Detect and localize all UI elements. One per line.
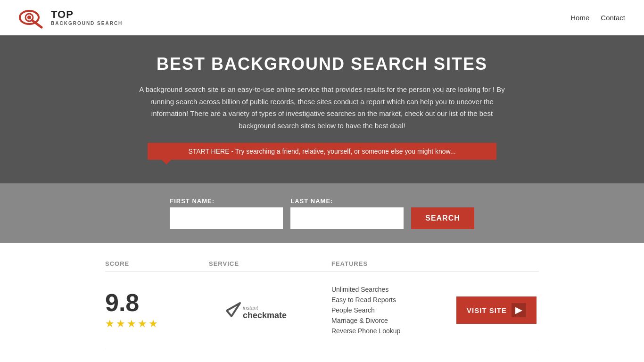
feature-1-2: Easy to Read Reports	[331, 296, 454, 304]
visit-cell-1: VISIT SITE ▶	[454, 296, 539, 324]
logo-top-text: TOP	[51, 9, 123, 20]
search-section: FIRST NAME: LAST NAME: SEARCH	[0, 183, 644, 243]
star-3: ★	[127, 318, 136, 330]
search-button[interactable]: SEARCH	[411, 207, 474, 229]
table-header: SCORE SERVICE FEATURES	[105, 253, 539, 272]
last-name-group: LAST NAME:	[290, 197, 404, 229]
feature-1-4: Marriage & Divorce	[331, 317, 454, 324]
main-nav: Home Contact	[570, 14, 625, 22]
score-number-1: 9.8	[105, 290, 139, 315]
features-cell-1: Unlimited Searches Easy to Read Reports …	[331, 286, 454, 335]
star-5: ★	[149, 318, 158, 330]
logo: TOP BACKGROUND SEARCH	[19, 6, 123, 29]
first-name-input[interactable]	[170, 207, 283, 229]
star-2: ★	[116, 318, 125, 330]
table-row: 9.8 ★ ★ ★ ★ ★ instant checkmate Unlim	[105, 272, 539, 349]
svg-point-3	[27, 16, 31, 19]
feature-1-5: Reverse Phone Lookup	[331, 327, 454, 335]
logo-icon	[19, 6, 47, 29]
visit-label-1: VISIT SITE	[467, 306, 507, 314]
search-form: FIRST NAME: LAST NAME: SEARCH	[9, 197, 635, 229]
visit-site-button-1[interactable]: VISIT SITE ▶	[456, 296, 537, 324]
checkmate-logo: instant checkmate	[223, 296, 317, 324]
checkmate-logo-svg: instant checkmate	[223, 297, 317, 323]
site-header: TOP BACKGROUND SEARCH Home Contact	[0, 0, 644, 35]
col-score: SCORE	[105, 260, 209, 267]
table-row: 9.4 ★ ★ ★ ★ ★ People Looker Accurate and…	[105, 349, 539, 362]
svg-marker-4	[227, 303, 240, 316]
col-action	[454, 260, 539, 267]
col-service: SERVICE	[209, 260, 331, 267]
first-name-group: FIRST NAME:	[170, 197, 283, 229]
score-cell-1: 9.8 ★ ★ ★ ★ ★	[105, 290, 209, 330]
nav-home-link[interactable]: Home	[570, 14, 589, 22]
nav-contact-link[interactable]: Contact	[601, 14, 625, 22]
stars-1: ★ ★ ★ ★ ★	[105, 318, 158, 330]
service-cell-1: instant checkmate	[209, 296, 331, 324]
arrow-icon-1: ▶	[512, 303, 526, 317]
logo-sub-text: BACKGROUND SEARCH	[51, 21, 123, 26]
first-name-label: FIRST NAME:	[170, 197, 283, 205]
search-callout: START HERE - Try searching a friend, rel…	[148, 143, 496, 160]
col-features: FEATURES	[331, 260, 454, 267]
last-name-label: LAST NAME:	[290, 197, 404, 205]
star-4: ★	[138, 318, 147, 330]
feature-1-1: Unlimited Searches	[331, 286, 454, 293]
hero-section: BEST BACKGROUND SEARCH SITES A backgroun…	[0, 35, 644, 183]
svg-text:instant: instant	[243, 305, 258, 311]
hero-description: A background search site is an easy-to-u…	[138, 83, 506, 132]
feature-1-3: People Search	[331, 306, 454, 314]
hero-title: BEST BACKGROUND SEARCH SITES	[9, 54, 635, 74]
last-name-input[interactable]	[290, 207, 404, 229]
svg-text:checkmate: checkmate	[243, 311, 287, 320]
results-table: SCORE SERVICE FEATURES 9.8 ★ ★ ★ ★ ★ ins…	[96, 253, 548, 362]
star-1: ★	[105, 318, 115, 330]
